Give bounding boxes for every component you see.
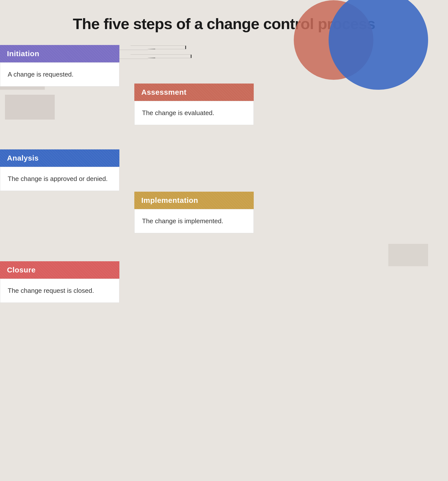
step-assessment: Assessment The change is evaluated. <box>134 84 254 125</box>
step-closure-label: Closure <box>7 266 36 274</box>
step-implementation: Implementation The change is implemented… <box>134 192 254 233</box>
step-closure: Closure The change request is closed. <box>0 261 119 303</box>
step-assessment-header: Assessment <box>134 84 254 101</box>
step-implementation-body: The change is implemented. <box>134 209 254 233</box>
step-initiation-header: Initiation <box>0 45 119 62</box>
step-closure-header: Closure <box>0 261 119 279</box>
step-implementation-desc: The change is implemented. <box>142 216 246 226</box>
step-analysis-header: Analysis <box>0 149 119 167</box>
step-initiation-label: Initiation <box>7 49 39 58</box>
step-analysis-desc: The change is approved or denied. <box>8 174 112 184</box>
step-implementation-label: Implementation <box>141 196 198 205</box>
step-assessment-label: Assessment <box>141 88 187 96</box>
deco-rect-2 <box>5 95 55 120</box>
step-assessment-desc: The change is evaluated. <box>142 108 246 118</box>
step-assessment-body: The change is evaluated. <box>134 101 254 125</box>
step-initiation-desc: A change is requested. <box>8 70 112 79</box>
step-analysis-label: Analysis <box>7 154 39 162</box>
step-analysis-body: The change is approved or denied. <box>0 167 119 191</box>
step-initiation: Initiation A change is requested. <box>0 45 119 87</box>
step-analysis: Analysis The change is approved or denie… <box>0 149 119 191</box>
step-closure-desc: The change request is closed. <box>8 286 112 296</box>
step-closure-body: The change request is closed. <box>0 279 119 303</box>
step-implementation-header: Implementation <box>134 192 254 209</box>
deco-rect-3 <box>388 244 428 266</box>
step-initiation-body: A change is requested. <box>0 62 119 87</box>
diagram-area: Initiation A change is requested. Assess… <box>0 45 448 70</box>
